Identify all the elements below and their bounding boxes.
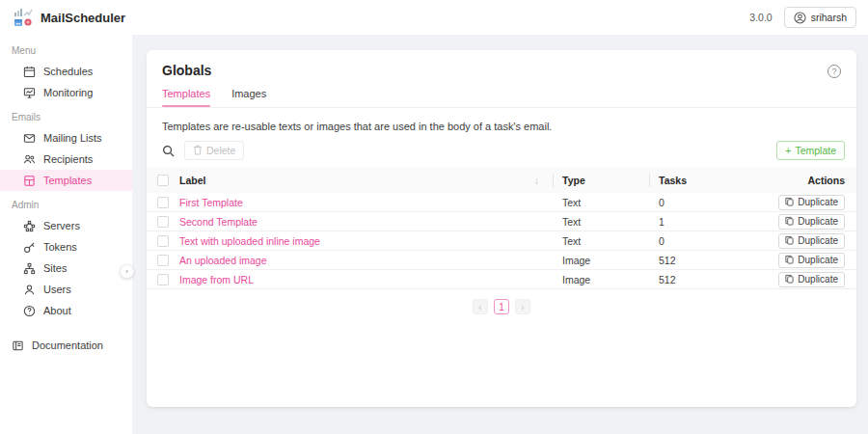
column-header-label[interactable]: Label bbox=[179, 175, 205, 186]
trash-icon bbox=[193, 145, 203, 157]
app-logo-icon bbox=[14, 8, 33, 27]
pagination: ‹ 1 › bbox=[147, 299, 856, 314]
sort-descending-icon[interactable]: ↓ bbox=[534, 176, 553, 186]
table-row: Image from URL Image 512 Duplicate bbox=[147, 270, 856, 289]
duplicate-button[interactable]: Duplicate bbox=[778, 214, 845, 230]
table-row: Text with uploaded inline image Text 0 D… bbox=[147, 231, 856, 251]
sidebar-item-label: Servers bbox=[43, 220, 80, 231]
sidebar-item-monitoring[interactable]: Monitoring bbox=[0, 82, 132, 103]
template-tasks-count: 512 bbox=[649, 274, 746, 285]
tab-bar: TemplatesImages bbox=[147, 88, 856, 108]
globals-card: Globals ? TemplatesImages Templates are … bbox=[147, 50, 856, 407]
team-icon bbox=[23, 153, 36, 166]
sidebar-item-label: Recipients bbox=[43, 153, 93, 165]
duplicate-label: Duplicate bbox=[798, 274, 838, 285]
pagination-prev-button[interactable]: ‹ bbox=[473, 299, 488, 314]
sidebar-item-tokens[interactable]: Tokens bbox=[0, 236, 132, 258]
row-checkbox[interactable] bbox=[157, 274, 169, 285]
sidebar: MenuSchedulesMonitoringEmailsMailing Lis… bbox=[0, 35, 132, 434]
template-type: Text bbox=[553, 235, 649, 247]
book-icon bbox=[12, 339, 24, 352]
sidebar-item-mailing-lists[interactable]: Mailing Lists bbox=[0, 127, 132, 149]
template-tasks-count: 0 bbox=[649, 235, 746, 247]
delete-button[interactable]: Delete bbox=[184, 141, 244, 160]
template-type: Image bbox=[553, 255, 649, 266]
column-header-actions: Actions bbox=[746, 168, 856, 193]
sidebar-section-label: Menu bbox=[0, 37, 132, 61]
sidebar-item-label: Documentation bbox=[32, 339, 103, 351]
cluster-icon bbox=[23, 220, 36, 232]
duplicate-label: Duplicate bbox=[798, 216, 838, 227]
duplicate-label: Duplicate bbox=[798, 255, 838, 265]
tab-images[interactable]: Images bbox=[231, 88, 266, 107]
row-checkbox[interactable] bbox=[157, 197, 169, 208]
select-all-checkbox[interactable] bbox=[157, 175, 169, 186]
table-toolbar: Delete + Template bbox=[147, 132, 856, 168]
user-avatar-icon bbox=[794, 12, 806, 24]
sidebar-item-label: Mailing Lists bbox=[43, 132, 102, 144]
sidebar-item-recipients[interactable]: Recipients bbox=[0, 149, 132, 170]
question-icon bbox=[23, 305, 36, 317]
template-tasks-count: 0 bbox=[649, 197, 746, 208]
user-icon bbox=[23, 284, 36, 296]
duplicate-button[interactable]: Duplicate bbox=[778, 272, 845, 287]
pagination-page-1-button[interactable]: 1 bbox=[494, 299, 509, 314]
sitemap-icon bbox=[23, 262, 36, 275]
template-label-link[interactable]: Second Template bbox=[179, 216, 553, 228]
template-label-link[interactable]: Image from URL bbox=[179, 274, 553, 285]
description-text: Templates are re-usable texts or images … bbox=[147, 108, 856, 132]
app-version: 3.0.0 bbox=[749, 12, 772, 23]
table-row: First Template Text 0 Duplicate bbox=[147, 193, 856, 212]
column-header-type[interactable]: Type bbox=[553, 168, 649, 193]
sidebar-section-label: Admin bbox=[0, 191, 132, 215]
copy-icon bbox=[785, 255, 794, 266]
copy-icon bbox=[785, 197, 794, 208]
sidebar-item-label: Tokens bbox=[43, 241, 77, 253]
template-label-link[interactable]: An uploaded image bbox=[179, 255, 553, 266]
content-area: Globals ? TemplatesImages Templates are … bbox=[132, 35, 868, 434]
template-label-link[interactable]: First Template bbox=[179, 197, 553, 208]
sidebar-item-schedules[interactable]: Schedules bbox=[0, 61, 132, 82]
sidebar-item-label: Monitoring bbox=[43, 87, 93, 98]
sidebar-item-label: Sites bbox=[43, 262, 67, 274]
duplicate-label: Duplicate bbox=[798, 235, 838, 246]
duplicate-button[interactable]: Duplicate bbox=[778, 253, 845, 268]
app-header: MailScheduler 3.0.0 sriharsh bbox=[0, 0, 868, 35]
sidebar-item-label: Schedules bbox=[43, 66, 93, 77]
tab-templates[interactable]: Templates bbox=[162, 88, 210, 107]
sidebar-item-sites[interactable]: Sites bbox=[0, 258, 132, 279]
add-template-label: Template bbox=[795, 145, 836, 156]
table-row: Second Template Text 1 Duplicate bbox=[147, 212, 856, 231]
key-icon bbox=[23, 241, 36, 254]
duplicate-button[interactable]: Duplicate bbox=[778, 233, 845, 249]
sidebar-item-label: About bbox=[43, 305, 71, 316]
help-icon[interactable]: ? bbox=[827, 65, 841, 78]
copy-icon bbox=[785, 274, 794, 285]
row-checkbox[interactable] bbox=[157, 216, 169, 228]
search-icon[interactable] bbox=[162, 145, 175, 157]
duplicate-button[interactable]: Duplicate bbox=[778, 195, 845, 210]
template-type: Text bbox=[553, 216, 649, 228]
template-label-link[interactable]: Text with uploaded inline image bbox=[179, 235, 553, 247]
calendar-icon bbox=[23, 66, 36, 78]
column-header-tasks[interactable]: Tasks bbox=[649, 168, 746, 193]
add-template-button[interactable]: + Template bbox=[776, 141, 845, 160]
pagination-next-button[interactable]: › bbox=[515, 299, 530, 314]
plus-icon: + bbox=[785, 145, 791, 156]
user-menu-button[interactable]: sriharsh bbox=[784, 7, 856, 28]
sidebar-collapse-button[interactable]: ‹ bbox=[120, 264, 134, 279]
sidebar-item-users[interactable]: Users bbox=[0, 279, 132, 300]
sidebar-item-label: Users bbox=[43, 284, 71, 295]
sidebar-item-templates[interactable]: Templates bbox=[0, 170, 132, 191]
table-row: An uploaded image Image 512 Duplicate bbox=[147, 251, 856, 270]
row-checkbox[interactable] bbox=[157, 255, 169, 266]
row-checkbox[interactable] bbox=[157, 235, 169, 247]
sidebar-item-servers[interactable]: Servers bbox=[0, 215, 132, 236]
sidebar-item-about[interactable]: About bbox=[0, 300, 132, 321]
copy-icon bbox=[785, 216, 794, 228]
sidebar-item-documentation[interactable]: Documentation bbox=[0, 335, 132, 356]
template-type: Image bbox=[553, 274, 649, 285]
delete-label: Delete bbox=[206, 145, 235, 156]
user-name: sriharsh bbox=[811, 12, 847, 23]
sidebar-item-label: Templates bbox=[43, 175, 92, 186]
